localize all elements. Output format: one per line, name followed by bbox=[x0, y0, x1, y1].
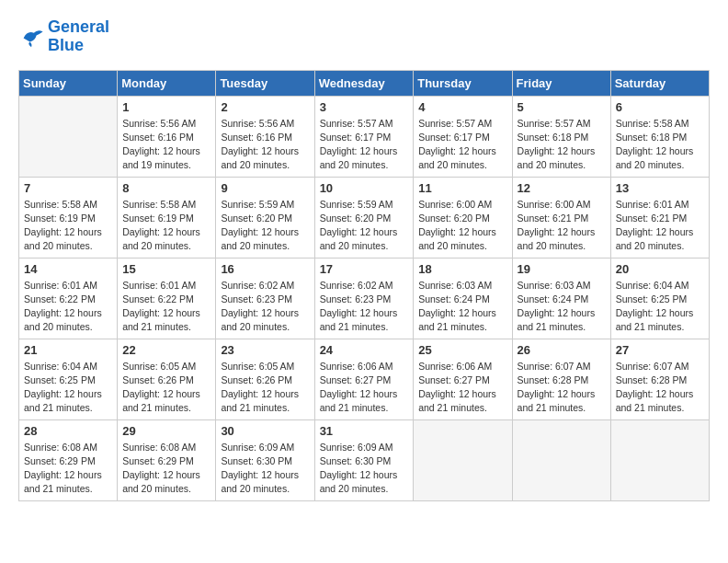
calendar-cell bbox=[512, 419, 610, 500]
calendar-cell bbox=[610, 419, 709, 500]
calendar-cell: 16Sunrise: 6:02 AMSunset: 6:23 PMDayligh… bbox=[216, 258, 314, 339]
day-info: Sunrise: 6:01 AMSunset: 6:22 PMDaylight:… bbox=[122, 279, 210, 335]
day-number: 3 bbox=[320, 100, 409, 114]
day-info: Sunrise: 6:04 AMSunset: 6:25 PMDaylight:… bbox=[616, 279, 704, 335]
day-info: Sunrise: 5:58 AMSunset: 6:19 PMDaylight:… bbox=[24, 198, 112, 254]
day-info: Sunrise: 5:57 AMSunset: 6:17 PMDaylight:… bbox=[418, 117, 506, 173]
calendar-cell: 4Sunrise: 5:57 AMSunset: 6:17 PMDaylight… bbox=[414, 96, 512, 177]
day-number: 9 bbox=[221, 181, 309, 195]
day-number: 26 bbox=[518, 343, 606, 357]
calendar-cell bbox=[414, 419, 512, 500]
day-info: Sunrise: 6:03 AMSunset: 6:24 PMDaylight:… bbox=[518, 279, 606, 335]
day-info: Sunrise: 5:57 AMSunset: 6:17 PMDaylight:… bbox=[320, 117, 409, 173]
day-number: 10 bbox=[320, 181, 409, 195]
calendar-cell: 10Sunrise: 5:59 AMSunset: 6:20 PMDayligh… bbox=[314, 177, 414, 258]
day-info: Sunrise: 6:09 AMSunset: 6:30 PMDaylight:… bbox=[221, 441, 309, 497]
weekday-header-monday: Monday bbox=[118, 70, 216, 96]
day-info: Sunrise: 5:56 AMSunset: 6:16 PMDaylight:… bbox=[122, 117, 210, 173]
logo-bird-icon bbox=[18, 24, 44, 50]
day-info: Sunrise: 6:08 AMSunset: 6:29 PMDaylight:… bbox=[122, 441, 210, 497]
day-info: Sunrise: 6:03 AMSunset: 6:24 PMDaylight:… bbox=[418, 279, 506, 335]
day-number: 25 bbox=[418, 343, 506, 357]
calendar-cell bbox=[19, 96, 118, 177]
calendar-cell: 15Sunrise: 6:01 AMSunset: 6:22 PMDayligh… bbox=[118, 258, 216, 339]
day-info: Sunrise: 6:05 AMSunset: 6:26 PMDaylight:… bbox=[221, 360, 309, 416]
day-info: Sunrise: 6:00 AMSunset: 6:21 PMDaylight:… bbox=[518, 198, 606, 254]
calendar-cell: 5Sunrise: 5:57 AMSunset: 6:18 PMDaylight… bbox=[512, 96, 610, 177]
calendar-cell: 12Sunrise: 6:00 AMSunset: 6:21 PMDayligh… bbox=[512, 177, 610, 258]
day-info: Sunrise: 6:06 AMSunset: 6:27 PMDaylight:… bbox=[418, 360, 506, 416]
day-info: Sunrise: 5:59 AMSunset: 6:20 PMDaylight:… bbox=[221, 198, 309, 254]
calendar-cell: 6Sunrise: 5:58 AMSunset: 6:18 PMDaylight… bbox=[610, 96, 709, 177]
calendar-cell: 17Sunrise: 6:02 AMSunset: 6:23 PMDayligh… bbox=[314, 258, 414, 339]
logo-text-blue: Blue bbox=[48, 37, 109, 55]
calendar-cell: 31Sunrise: 6:09 AMSunset: 6:30 PMDayligh… bbox=[314, 419, 414, 500]
week-row-3: 14Sunrise: 6:01 AMSunset: 6:22 PMDayligh… bbox=[19, 258, 710, 339]
page-header: General Blue bbox=[18, 18, 710, 55]
day-number: 11 bbox=[418, 181, 506, 195]
day-info: Sunrise: 6:04 AMSunset: 6:25 PMDaylight:… bbox=[24, 360, 112, 416]
logo-text-general: General bbox=[48, 18, 109, 37]
day-info: Sunrise: 5:57 AMSunset: 6:18 PMDaylight:… bbox=[518, 117, 606, 173]
day-number: 14 bbox=[24, 262, 112, 276]
calendar-cell: 14Sunrise: 6:01 AMSunset: 6:22 PMDayligh… bbox=[19, 258, 118, 339]
calendar-cell: 29Sunrise: 6:08 AMSunset: 6:29 PMDayligh… bbox=[118, 419, 216, 500]
day-number: 2 bbox=[221, 100, 309, 114]
weekday-header-friday: Friday bbox=[512, 70, 610, 96]
calendar-cell: 8Sunrise: 5:58 AMSunset: 6:19 PMDaylight… bbox=[118, 177, 216, 258]
day-info: Sunrise: 6:05 AMSunset: 6:26 PMDaylight:… bbox=[122, 360, 210, 416]
calendar-table: SundayMondayTuesdayWednesdayThursdayFrid… bbox=[18, 70, 710, 501]
day-number: 4 bbox=[418, 100, 506, 114]
day-number: 27 bbox=[616, 343, 704, 357]
day-info: Sunrise: 5:59 AMSunset: 6:20 PMDaylight:… bbox=[320, 198, 409, 254]
day-info: Sunrise: 6:01 AMSunset: 6:22 PMDaylight:… bbox=[24, 279, 112, 335]
day-number: 7 bbox=[24, 181, 112, 195]
calendar-cell: 9Sunrise: 5:59 AMSunset: 6:20 PMDaylight… bbox=[216, 177, 314, 258]
day-number: 23 bbox=[221, 343, 309, 357]
logo: General Blue bbox=[18, 18, 109, 55]
weekday-header-thursday: Thursday bbox=[414, 70, 512, 96]
calendar-cell: 13Sunrise: 6:01 AMSunset: 6:21 PMDayligh… bbox=[610, 177, 709, 258]
day-number: 30 bbox=[221, 424, 309, 438]
day-info: Sunrise: 5:58 AMSunset: 6:19 PMDaylight:… bbox=[122, 198, 210, 254]
weekday-header-row: SundayMondayTuesdayWednesdayThursdayFrid… bbox=[19, 70, 710, 96]
calendar-cell: 25Sunrise: 6:06 AMSunset: 6:27 PMDayligh… bbox=[414, 339, 512, 419]
day-info: Sunrise: 6:01 AMSunset: 6:21 PMDaylight:… bbox=[616, 198, 704, 254]
day-number: 1 bbox=[122, 100, 210, 114]
day-number: 31 bbox=[320, 424, 409, 438]
day-number: 24 bbox=[320, 343, 409, 357]
calendar-cell: 7Sunrise: 5:58 AMSunset: 6:19 PMDaylight… bbox=[19, 177, 118, 258]
calendar-cell: 1Sunrise: 5:56 AMSunset: 6:16 PMDaylight… bbox=[118, 96, 216, 177]
day-number: 22 bbox=[122, 343, 210, 357]
calendar-cell: 21Sunrise: 6:04 AMSunset: 6:25 PMDayligh… bbox=[19, 339, 118, 419]
weekday-header-tuesday: Tuesday bbox=[216, 70, 314, 96]
day-number: 20 bbox=[616, 262, 704, 276]
day-info: Sunrise: 5:56 AMSunset: 6:16 PMDaylight:… bbox=[221, 117, 309, 173]
day-info: Sunrise: 6:07 AMSunset: 6:28 PMDaylight:… bbox=[518, 360, 606, 416]
calendar-cell: 26Sunrise: 6:07 AMSunset: 6:28 PMDayligh… bbox=[512, 339, 610, 419]
day-number: 16 bbox=[221, 262, 309, 276]
calendar-cell: 23Sunrise: 6:05 AMSunset: 6:26 PMDayligh… bbox=[216, 339, 314, 419]
day-info: Sunrise: 6:02 AMSunset: 6:23 PMDaylight:… bbox=[221, 279, 309, 335]
day-number: 21 bbox=[24, 343, 112, 357]
day-number: 15 bbox=[122, 262, 210, 276]
calendar-cell: 22Sunrise: 6:05 AMSunset: 6:26 PMDayligh… bbox=[118, 339, 216, 419]
day-info: Sunrise: 6:09 AMSunset: 6:30 PMDaylight:… bbox=[320, 441, 409, 497]
day-number: 5 bbox=[518, 100, 606, 114]
calendar-cell: 24Sunrise: 6:06 AMSunset: 6:27 PMDayligh… bbox=[314, 339, 414, 419]
calendar-cell: 19Sunrise: 6:03 AMSunset: 6:24 PMDayligh… bbox=[512, 258, 610, 339]
day-number: 8 bbox=[122, 181, 210, 195]
day-info: Sunrise: 6:07 AMSunset: 6:28 PMDaylight:… bbox=[616, 360, 704, 416]
calendar-cell: 11Sunrise: 6:00 AMSunset: 6:20 PMDayligh… bbox=[414, 177, 512, 258]
day-info: Sunrise: 6:06 AMSunset: 6:27 PMDaylight:… bbox=[320, 360, 409, 416]
week-row-2: 7Sunrise: 5:58 AMSunset: 6:19 PMDaylight… bbox=[19, 177, 710, 258]
calendar-cell: 28Sunrise: 6:08 AMSunset: 6:29 PMDayligh… bbox=[19, 419, 118, 500]
day-info: Sunrise: 6:02 AMSunset: 6:23 PMDaylight:… bbox=[320, 279, 409, 335]
day-number: 28 bbox=[24, 424, 112, 438]
calendar-cell: 27Sunrise: 6:07 AMSunset: 6:28 PMDayligh… bbox=[610, 339, 709, 419]
weekday-header-saturday: Saturday bbox=[610, 70, 709, 96]
week-row-4: 21Sunrise: 6:04 AMSunset: 6:25 PMDayligh… bbox=[19, 339, 710, 419]
weekday-header-sunday: Sunday bbox=[19, 70, 118, 96]
day-number: 19 bbox=[518, 262, 606, 276]
calendar-cell: 3Sunrise: 5:57 AMSunset: 6:17 PMDaylight… bbox=[314, 96, 414, 177]
